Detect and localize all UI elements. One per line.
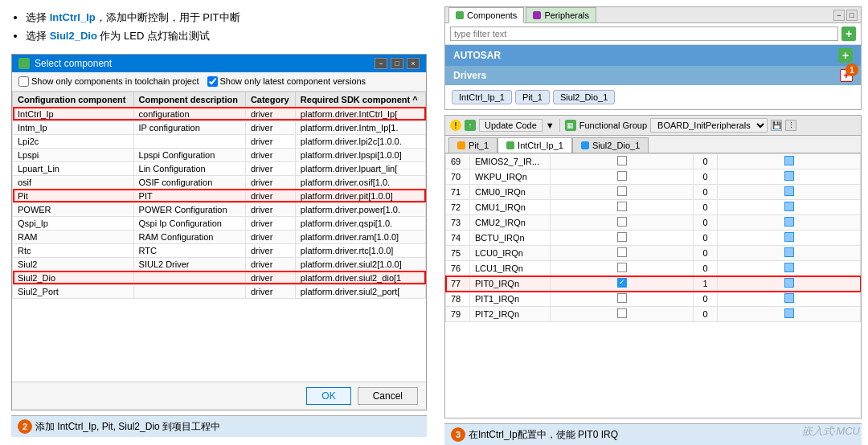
irq-checkbox[interactable] <box>617 293 627 303</box>
irq-checkbox-cell[interactable] <box>551 231 694 246</box>
irq-enabled-cell[interactable] <box>718 185 861 200</box>
filter-add-button[interactable]: + <box>841 27 856 41</box>
update-code-button[interactable]: Update Code <box>479 119 542 132</box>
table-row[interactable]: RAM RAM Configuration driver platform.dr… <box>13 230 426 243</box>
config-tab-siul[interactable]: Siul2_Dio_1 <box>572 137 649 153</box>
irq-enabled-checkbox[interactable] <box>784 308 794 318</box>
irq-checkbox[interactable] <box>617 202 627 211</box>
tab-peripherals[interactable]: Peripherals <box>526 7 596 22</box>
irq-enabled-checkbox[interactable] <box>784 217 794 227</box>
irq-checkbox-cell[interactable] <box>551 200 694 215</box>
irq-checkbox[interactable] <box>617 263 627 272</box>
irq-enabled-checkbox[interactable] <box>784 232 794 242</box>
table-row[interactable]: IntCtrl_Ip configuration driver platform… <box>13 107 426 120</box>
autosar-add-button[interactable]: + <box>838 48 853 63</box>
irq-checkbox-cell[interactable] <box>551 169 694 185</box>
table-row[interactable]: Lpspi Lpspi Configuration driver platfor… <box>13 148 426 161</box>
driver-chip[interactable]: Siul2_Dio_1 <box>553 90 615 104</box>
tab-components[interactable]: Components <box>448 7 524 23</box>
dialog-maximize-button[interactable]: □ <box>391 58 403 69</box>
irq-checkbox-cell[interactable] <box>551 215 694 231</box>
irq-checkbox[interactable] <box>617 156 627 165</box>
config-tab-pit[interactable]: Pit_1 <box>448 137 497 153</box>
irq-checkbox-cell[interactable] <box>551 185 694 200</box>
irq-enabled-cell[interactable] <box>718 276 861 292</box>
cell-cat: driver <box>245 148 295 161</box>
tab-label: IntCtrl_Ip_1 <box>518 141 563 150</box>
irq-enabled-checkbox[interactable] <box>784 293 794 303</box>
irq-enabled-cell[interactable] <box>718 292 861 307</box>
table-row[interactable]: Siul2_Dio driver platform.driver.siul2_d… <box>13 271 426 284</box>
irq-enabled-checkbox[interactable] <box>784 278 794 288</box>
irq-checkbox[interactable] <box>617 247 627 257</box>
irq-enabled-checkbox[interactable] <box>784 171 794 181</box>
irq-checkbox[interactable] <box>617 171 627 181</box>
option-toolchain[interactable]: Show only components in toolchain projec… <box>18 76 199 87</box>
irq-enabled-cell[interactable] <box>718 169 861 185</box>
cell-sdk: platform.driver.siul2_dio[1 <box>295 271 425 284</box>
option-latest[interactable]: Show only latest component versions <box>207 76 366 87</box>
irq-enabled-cell[interactable] <box>718 154 861 169</box>
tab-label: Pit_1 <box>469 141 489 150</box>
driver-chip[interactable]: IntCtrl_Ip_1 <box>452 90 512 104</box>
irq-enabled-cell[interactable] <box>718 215 861 231</box>
ok-button[interactable]: OK <box>306 387 350 405</box>
panel-minimize-btn[interactable]: − <box>833 10 845 21</box>
irq-enabled-checkbox[interactable] <box>784 247 794 257</box>
config-tab-int[interactable]: IntCtrl_Ip_1 <box>497 137 572 153</box>
irq-enabled-cell[interactable] <box>718 261 861 276</box>
table-row[interactable]: Pit PIT driver platform.driver.pit[1.0.0… <box>13 189 426 202</box>
irq-row: 75 LCU0_IRQn 0 <box>446 246 861 261</box>
toolbar-save-btn[interactable]: 💾 <box>771 120 782 131</box>
irq-enabled-cell[interactable] <box>718 246 861 261</box>
irq-checkbox[interactable] <box>617 186 627 196</box>
col-config: Configuration component <box>13 92 134 107</box>
irq-value: 0 <box>694 261 718 276</box>
irq-enabled-checkbox[interactable] <box>784 263 794 272</box>
tab-icon-int <box>506 141 514 149</box>
table-row[interactable]: Lpi2c driver platform.driver.lpi2c[1.0.0… <box>13 134 426 148</box>
irq-checkbox[interactable] <box>617 308 627 318</box>
cell-cat: driver <box>245 216 295 230</box>
irq-enabled-checkbox[interactable] <box>784 156 794 165</box>
table-row[interactable]: Lpuart_Lin Lin Configuration driver plat… <box>13 161 426 175</box>
irq-checkbox[interactable] <box>617 278 627 288</box>
irq-row: 70 WKPU_IRQn 0 <box>446 169 861 185</box>
irq-checkbox-cell[interactable] <box>551 307 694 322</box>
irq-checkbox-cell[interactable] <box>551 154 694 169</box>
cell-desc <box>133 271 245 284</box>
cancel-button[interactable]: Cancel <box>358 387 418 405</box>
irq-enabled-checkbox[interactable] <box>784 186 794 196</box>
drivers-add-button[interactable]: + 1 <box>840 69 853 82</box>
irq-enabled-cell[interactable] <box>718 307 861 322</box>
toolbar-more-btn[interactable]: ⋮ <box>785 120 796 131</box>
functional-group-select[interactable]: BOARD_InitPeripherals <box>650 118 768 133</box>
filter-input[interactable] <box>450 27 838 41</box>
option-toolchain-checkbox[interactable] <box>18 76 29 87</box>
irq-checkbox-cell[interactable] <box>551 246 694 261</box>
irq-checkbox-cell[interactable] <box>551 276 694 292</box>
table-row[interactable]: Rtc RTC driver platform.driver.rtc[1.0.0… <box>13 243 426 257</box>
option-latest-checkbox[interactable] <box>207 76 218 87</box>
driver-chip[interactable]: Pit_1 <box>515 90 550 104</box>
dialog-minimize-button[interactable]: − <box>375 58 387 69</box>
irq-checkbox[interactable] <box>617 232 627 242</box>
panel-restore-btn[interactable]: □ <box>846 10 858 21</box>
irq-checkbox-cell[interactable] <box>551 292 694 307</box>
table-row[interactable]: Intm_Ip IP configuration driver platform… <box>13 120 426 134</box>
table-row[interactable]: Siul2 SIUL2 Driver driver platform.drive… <box>13 257 426 271</box>
irq-checkbox[interactable] <box>617 217 627 227</box>
badge-1: 1 <box>845 63 858 76</box>
table-row[interactable]: POWER POWER Configuration driver platfor… <box>13 202 426 216</box>
irq-enabled-cell[interactable] <box>718 200 861 215</box>
irq-enabled-cell[interactable] <box>718 231 861 246</box>
component-table: Configuration component Component descri… <box>12 92 426 299</box>
irq-name: CMU1_IRQn <box>470 200 551 215</box>
dialog-close-button[interactable]: × <box>407 58 420 69</box>
irq-enabled-checkbox[interactable] <box>784 202 794 211</box>
table-row[interactable]: osif OSIF configuration driver platform.… <box>13 175 426 189</box>
table-row[interactable]: Qspi_Ip Qspi Ip Configuration driver pla… <box>13 216 426 230</box>
irq-checkbox-cell[interactable] <box>551 261 694 276</box>
table-row[interactable]: Siul2_Port driver platform.driver.siul2_… <box>13 284 426 298</box>
update-dropdown-arrow[interactable]: ▼ <box>546 120 555 130</box>
